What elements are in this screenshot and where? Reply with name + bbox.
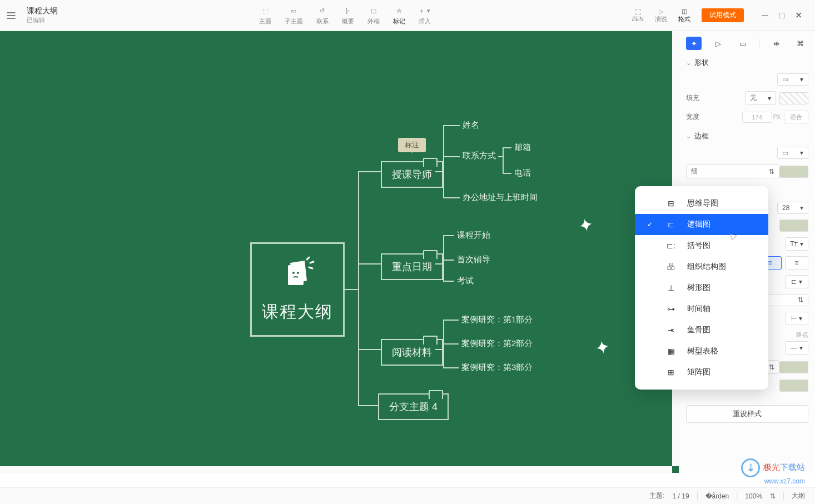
popup-item-fishbone[interactable]: ⤛鱼骨图 [635,320,768,341]
fill-swatch[interactable] [779,92,808,104]
zen-icon: ⛶ [635,9,641,16]
tool-boundary[interactable]: ▢外框 [367,5,380,26]
panel-tab-knot[interactable]: ⌘ [793,37,808,50]
mindmap-canvas[interactable]: 课程大纲 标注 授课导师 姓名 联系方式 办公地址与上班时间 邮箱 电话 重点日… [0,31,679,473]
panel-tab-collapse[interactable]: ⇹ [768,37,784,50]
toolbar-right: ⛶ZEN ▷演说 ◫格式 试用模式 ─ □ ✕ [632,8,815,23]
tool-marker[interactable]: ☆标记 [393,5,405,26]
leaf-case2[interactable]: 案例研究：第2部分 [461,338,533,349]
tool-relation[interactable]: ↺联系 [316,5,329,26]
status-zoom[interactable]: 100% [745,492,762,500]
leaf-contact[interactable]: 联系方式 [463,151,496,161]
tool-format[interactable]: ◫格式 [678,8,690,23]
text-color-swatch[interactable] [779,219,808,232]
leaf-case3[interactable]: 案例研究：第3部分 [461,362,533,373]
tool-summary[interactable]: ]◦概要 [342,5,354,26]
width-unit: PX [773,114,781,120]
tool-zen[interactable]: ⛶ZEN [632,9,644,22]
popup-item-mindmap[interactable]: ⊟思维导图 [635,193,768,214]
topic-icon: ⬚ [262,5,268,16]
hamburger-menu[interactable] [0,11,22,21]
status-topic-count: 1 / 19 [673,492,689,500]
leaf-email[interactable]: 邮箱 [514,142,531,153]
popup-item-bracket[interactable]: ⊏:括号图 [635,235,768,256]
popup-item-timeline[interactable]: ⊶时间轴 [635,298,768,320]
section-shape[interactable]: 形状 [686,58,808,68]
present-icon: ▷ [659,8,663,15]
fit-button[interactable]: 适合 [784,111,808,123]
treetable-struct-icon: ▦ [665,347,677,356]
connector [435,171,443,172]
branch-dates[interactable]: 重点日期 [381,253,443,280]
shape-selector[interactable]: ▭ ▾ [777,73,808,86]
align-right-button[interactable]: ≡ [785,256,808,270]
maximize-button[interactable]: □ [778,12,785,19]
document-title-area: 课程大纲 已编辑 [27,6,58,24]
leaf-phone[interactable]: 电话 [514,168,531,178]
connector [443,125,444,198]
trial-mode-button[interactable]: 试用模式 [702,8,744,22]
leaf-case1[interactable]: 案例研究：第1部分 [461,315,533,325]
popup-item-orgchart[interactable]: 品组织结构图 [635,256,768,277]
font-size-selector[interactable]: 28▾ [777,202,808,214]
branch-style-button[interactable]: ⊢ ▾ [785,312,808,325]
close-button[interactable]: ✕ [795,12,802,19]
border-style-selector[interactable]: ▭ ▾ [777,147,808,159]
popup-item-tree[interactable]: ⊥树形图 [635,277,768,298]
leaf-name[interactable]: 姓名 [463,120,479,131]
root-node[interactable]: 课程大纲 [250,242,345,337]
tree-struct-icon: ⊥ [665,283,677,292]
status-outline[interactable]: 大纲 [792,491,805,501]
popup-item-logic[interactable]: ✓⊏逻辑图 [635,214,768,235]
structure-button[interactable]: ⊏ ▾ [785,275,808,288]
tool-insert[interactable]: ＋ ▾插入 [419,5,431,26]
fill-selector[interactable]: 无▾ [745,91,776,105]
line-color-swatch[interactable] [779,361,808,373]
border-weight-selector[interactable]: 细⇅ [686,164,779,178]
popup-item-matrix[interactable]: ⊞矩阵图 [635,362,768,383]
map-icon[interactable]: �ården [705,492,729,500]
connector [503,147,504,173]
panel-tab-style[interactable]: ✦ [686,37,702,50]
branch-instructor[interactable]: 授课导师 [381,161,443,188]
sparkle-icon: ✦ [593,336,612,360]
status-topic-label: 主题: [649,491,664,501]
hamburger-icon [6,11,16,21]
connector [358,263,381,265]
minimize-button[interactable]: ─ [762,12,768,19]
tool-present[interactable]: ▷演说 [655,8,667,23]
connector [503,147,511,148]
panel-tabs: ✦ ▷ ▭ ⇹ ⌘ [686,37,808,50]
tool-subtopic[interactable]: ▭子主题 [285,5,303,26]
border-color-swatch[interactable] [779,166,808,178]
timeline-struct-icon: ⊶ [665,305,677,313]
subtopic-icon: ▭ [291,5,296,16]
watermark-logo-icon: ⇣ [741,458,760,477]
callout-note[interactable]: 标注 [398,138,426,152]
endpoint-selector[interactable]: — ▾ [785,341,808,355]
connector [443,235,454,236]
rainbow-swatch[interactable] [779,380,808,392]
popup-item-treetable[interactable]: ▦树型表格 [635,341,768,362]
svg-line-3 [307,257,309,260]
fill-label: 填充 [686,93,699,103]
branch-reading[interactable]: 阅读材料 [381,339,443,366]
connector [443,156,460,157]
format-icon: ◫ [682,8,687,15]
leaf-firstcoach[interactable]: 首次辅导 [457,255,490,265]
leaf-office[interactable]: 办公地址与上班时间 [463,192,538,203]
panel-tab-card[interactable]: ▭ [735,37,751,50]
branch-subtopic4[interactable]: 分支主题 4 [378,393,449,420]
panel-tab-play[interactable]: ▷ [710,37,726,50]
horizontal-scrollbar[interactable] [0,466,672,473]
root-label: 课程大纲 [262,301,333,323]
leaf-start[interactable]: 课程开始 [457,230,490,241]
text-case-button[interactable]: Tᴛ ▾ [785,237,808,251]
section-border[interactable]: 边框 [686,131,808,141]
tool-topic[interactable]: ⬚主题 [259,5,271,26]
leaf-exam[interactable]: 考试 [457,276,474,286]
reset-style-button[interactable]: 重设样式 [686,405,808,423]
width-input[interactable] [742,112,772,123]
connector [443,197,460,198]
svg-point-2 [297,272,299,274]
